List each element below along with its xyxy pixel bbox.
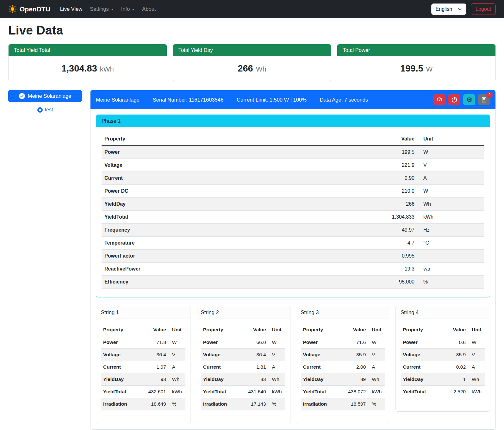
unit-cell: W — [468, 336, 485, 349]
summary-unit: W — [426, 65, 433, 73]
check-circle-icon — [19, 93, 25, 99]
property-cell: Current — [102, 172, 290, 185]
unit-cell: % — [268, 398, 285, 410]
strings-row: String 1 Property Value Unit — [96, 306, 490, 424]
property-cell: YieldTotal — [101, 386, 139, 398]
table-row: Current2.00A — [301, 361, 385, 373]
unit-cell: A — [468, 361, 485, 373]
device-info-button[interactable] — [463, 94, 475, 105]
column-header-value: Value — [442, 324, 468, 336]
unit-cell: Wh — [417, 198, 484, 211]
limit-settings-button[interactable] — [433, 94, 445, 105]
language-select[interactable]: English — [431, 3, 466, 15]
string-table-wrap: Property Value Unit Power71.8W Voltage36… — [96, 319, 190, 424]
value-cell: 18.597 — [339, 398, 368, 410]
property-cell: YieldTotal — [102, 211, 290, 224]
value-cell: 93 — [139, 373, 168, 386]
table-row: Temperature4.7°C — [102, 237, 484, 250]
unit-cell: V — [417, 159, 484, 172]
event-count-badge: 2 — [486, 92, 493, 98]
table-row: PowerFactor0.995 — [102, 250, 484, 263]
unit-cell: % — [417, 276, 484, 289]
property-cell: ReactivePower — [102, 263, 290, 276]
value-cell: 431.640 — [239, 386, 268, 398]
unit-cell: % — [168, 398, 185, 410]
table-row: YieldTotal2.520kWh — [401, 386, 485, 398]
summary-card-total-power: Total Power 199.5 W — [337, 44, 496, 81]
table-row: Irradiation18.597% — [301, 398, 385, 410]
power-icon — [451, 97, 457, 103]
property-cell: YieldDay — [301, 373, 339, 386]
nav-live-view[interactable]: Live View — [57, 3, 85, 15]
property-cell: Voltage — [401, 349, 442, 361]
string-table: Property Value Unit Power66.0W Voltage36… — [201, 324, 285, 410]
unit-cell: Wh — [468, 373, 485, 386]
brand[interactable]: OpenDTU — [8, 5, 50, 13]
table-row: Power71.8W — [101, 336, 185, 349]
speedometer-icon — [436, 97, 443, 103]
property-cell: YieldDay — [102, 198, 290, 211]
table-row: Voltage36.4V — [101, 349, 185, 361]
string-table-wrap: Property Value Unit Power71.6W Voltage35… — [296, 319, 390, 424]
inverter-sidebar: Meine Solaranlage test — [8, 90, 82, 113]
nav-settings[interactable]: Settings — [87, 3, 116, 15]
unit-cell: W — [268, 336, 285, 349]
column-header-property: Property — [401, 324, 442, 336]
column-header-unit: Unit — [417, 133, 484, 146]
property-cell: Irradiation — [201, 398, 239, 410]
logout-button[interactable]: Logout — [471, 3, 496, 15]
property-cell: Irradiation — [301, 398, 339, 410]
summary-value: 1,304.83 — [61, 63, 97, 74]
page-title: Live Data — [8, 23, 496, 37]
inverter-serial: Serial Number: 116171603546 — [153, 97, 224, 103]
value-cell: 432.601 — [139, 386, 168, 398]
unit-cell: kWh — [368, 386, 385, 398]
sidebar-item-test[interactable]: test — [8, 107, 82, 113]
string-title: String 3 — [296, 306, 390, 319]
table-row: Voltage35.9V — [301, 349, 385, 361]
unit-cell: A — [368, 361, 385, 373]
nav-about[interactable]: About — [139, 3, 159, 15]
cpu-icon — [466, 97, 472, 103]
unit-cell: kWh — [468, 386, 485, 398]
table-row: YieldTotal438.072kWh — [301, 386, 385, 398]
property-cell: YieldTotal — [401, 386, 442, 398]
value-cell: 0.02 — [442, 361, 468, 373]
inverter-limit: Current Limit: 1,500 W | 100% — [237, 97, 307, 103]
summary-row: Total Yield Total 1,304.83 kWh Total Yie… — [8, 44, 496, 81]
phase-title: Phase 1 — [96, 115, 490, 127]
power-button[interactable] — [448, 94, 460, 105]
value-cell: 35.9 — [339, 349, 368, 361]
unit-cell — [417, 250, 484, 263]
phase-card: Phase 1 Property Value Unit — [96, 115, 490, 297]
string-card-2: String 2 Property Value Unit — [196, 306, 290, 424]
event-log-button[interactable]: 2 — [478, 94, 490, 105]
table-row: YieldDay1Wh — [401, 373, 485, 386]
value-cell: 36.4 — [139, 349, 168, 361]
unit-cell: kWh — [268, 386, 285, 398]
unit-cell: A — [417, 172, 484, 185]
unit-cell: W — [417, 185, 484, 198]
table-row: Voltage221.9V — [102, 159, 484, 172]
summary-card-body: 1,304.83 kWh — [9, 56, 167, 81]
value-cell: 35.9 — [442, 349, 468, 361]
inverter-select-button[interactable]: Meine Solaranlage — [8, 90, 82, 102]
property-cell: Power DC — [102, 185, 290, 198]
table-row: YieldDay93Wh — [101, 373, 185, 386]
table-row: Power199.5W — [102, 146, 484, 159]
value-cell: 83 — [239, 373, 268, 386]
inverter-header: Meine Solaranlage Serial Number: 1161716… — [90, 90, 495, 109]
column-header-property: Property — [301, 324, 339, 336]
string-card-3: String 3 Property Value Unit — [296, 306, 390, 424]
nav-right: English Logout — [431, 3, 496, 15]
table-row: Power66.0W — [201, 336, 285, 349]
nav-info[interactable]: Info — [118, 3, 138, 15]
property-cell: Power — [101, 336, 139, 349]
property-cell: Power — [401, 336, 442, 349]
table-row: Power0.6W — [401, 336, 485, 349]
table-row: YieldTotal431.640kWh — [201, 386, 285, 398]
column-header-unit: Unit — [368, 324, 385, 336]
unit-cell: Wh — [368, 373, 385, 386]
summary-unit: kWh — [100, 65, 114, 73]
property-cell: Voltage — [102, 159, 290, 172]
